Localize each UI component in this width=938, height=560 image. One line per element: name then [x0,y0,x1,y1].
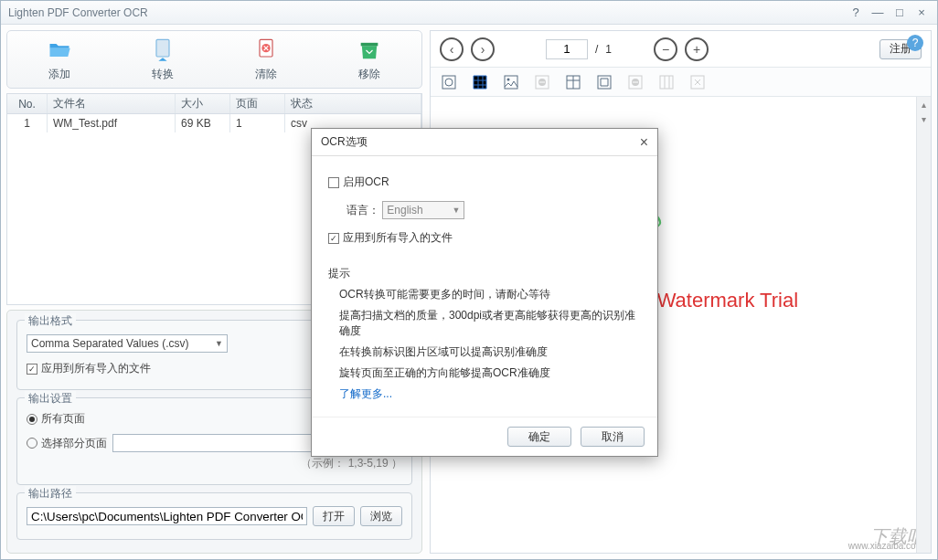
dialog-footer: 确定 取消 [312,417,657,456]
delete-col-icon[interactable] [688,73,707,91]
svg-rect-6 [505,76,517,89]
open-button[interactable]: 打开 [313,506,355,526]
convert-button[interactable]: 转换 [150,37,176,82]
dialog-body: 启用OCR 语言： English ▼ ✓ 应用到所有导入的文件 提示 OCR转… [312,156,657,417]
tip-line: 提高扫描文档的质量，300dpi或者更高能够获得更高的识别准确度 [328,308,641,339]
cell-size: 69 KB [176,114,230,132]
help-button[interactable]: ? [847,5,864,21]
help-icon[interactable]: ? [907,35,923,51]
remove-area-icon[interactable] [533,73,551,91]
svg-rect-14 [660,76,673,89]
remove-area-2-icon[interactable] [626,73,645,91]
cell-no: 1 [7,114,48,132]
page-input[interactable] [546,39,588,59]
trash-clear-icon [253,37,279,63]
preview-tools: ? [431,68,931,97]
vertical-scrollbar[interactable]: ▴ ▾ [916,97,931,553]
next-page-button[interactable]: › [471,37,495,61]
output-path-input[interactable] [27,507,307,525]
checkbox-icon: ✓ [328,233,339,244]
dialog-close-button[interactable]: × [640,134,648,151]
text-box-icon[interactable] [595,73,613,91]
checkbox-label: 启用OCR [343,174,389,190]
col-state[interactable]: 状态 [285,94,421,113]
column-icon[interactable] [657,73,676,91]
group-legend: 输出格式 [25,313,76,329]
toolbar-label: 移除 [358,67,380,82]
chevron-down-icon: ▼ [452,206,460,215]
svg-rect-3 [361,42,378,46]
add-button[interactable]: 添加 [47,37,72,82]
scroll-up-icon[interactable]: ▴ [917,97,931,111]
image-icon[interactable] [502,73,520,91]
radio-icon [27,414,37,425]
prev-page-button[interactable]: ‹ [440,37,464,61]
remove-button[interactable]: 移除 [357,37,382,82]
folder-open-icon [47,37,72,63]
chevron-down-icon: ▼ [215,339,223,348]
group-legend: 输出路径 [25,486,76,502]
fit-page-icon[interactable] [440,73,458,91]
tip-line: 旋转页面至正确的方向能够提高OCR准确度 [328,365,641,381]
dialog-apply-all-checkbox[interactable]: ✓ 应用到所有导入的文件 [328,230,453,246]
minimize-button[interactable]: — [869,5,886,21]
svg-point-7 [507,78,510,80]
table-header: No. 文件名 大小 页面 状态 [7,94,421,114]
recycle-bin-icon [357,37,382,63]
app-window: Lighten PDF Converter OCR ? — □ × 添加 转换 … [0,0,938,560]
dialog-title: OCR选项 [321,134,368,150]
zoom-in-button[interactable]: + [685,37,709,61]
checkbox-label: 应用到所有导入的文件 [343,230,453,246]
col-size[interactable]: 大小 [176,94,230,113]
checkbox-icon [328,177,339,188]
radio-label: 选择部分页面 [41,436,107,451]
checkbox-label: 应用到所有导入的文件 [41,361,151,376]
document-convert-icon [150,37,176,63]
output-path-group: 输出路径 打开 浏览 [16,492,412,540]
tip-line: OCR转换可能需要更多的时间，请耐心等待 [328,287,641,302]
col-page[interactable]: 页面 [230,94,285,113]
format-select[interactable]: Comma Separated Values (.csv) ▼ [27,334,228,353]
preview-nav: ‹ › / 1 − + 注册 [431,31,931,68]
select-value: Comma Separated Values (.csv) [31,337,189,350]
svg-point-5 [445,79,453,86]
all-pages-radio[interactable]: 所有页面 [27,411,85,427]
browse-button[interactable]: 浏览 [360,506,402,526]
col-name[interactable]: 文件名 [48,94,176,113]
apply-all-checkbox[interactable]: ✓ 应用到所有导入的文件 [27,361,151,376]
page-range-input[interactable] [112,434,314,452]
maximize-button[interactable]: □ [891,5,908,21]
table-icon[interactable] [564,73,582,91]
toolbar-label: 添加 [48,67,70,82]
col-no[interactable]: No. [7,94,48,113]
group-legend: 输出设置 [25,391,76,407]
page-total: 1 [605,43,612,56]
cancel-button[interactable]: 取消 [581,427,645,447]
svg-rect-11 [598,76,611,89]
learn-more-link[interactable]: 了解更多... [328,386,641,402]
partial-pages-radio[interactable]: 选择部分页面 [27,436,107,451]
checkbox-icon: ✓ [27,364,37,375]
zoom-out-button[interactable]: − [654,37,677,61]
example-label: （示例： 1,3-5,19 ） [301,456,402,471]
ocr-options-dialog: OCR选项 × 启用OCR 语言： English ▼ ✓ 应用到所有导入的文件… [311,128,658,457]
cell-page: 1 [230,114,285,132]
enable-ocr-checkbox[interactable]: 启用OCR [328,174,389,190]
select-value: English [387,204,422,217]
dialog-titlebar: OCR选项 × [312,129,657,156]
scroll-down-icon[interactable]: ▾ [917,111,931,126]
tip-line: 在转换前标识图片区域可以提高识别准确度 [328,344,641,360]
toolbar-label: 清除 [255,67,277,82]
close-button[interactable]: × [913,5,930,21]
lang-select[interactable]: English ▼ [382,201,464,219]
clear-button[interactable]: 清除 [253,37,279,82]
radio-label: 所有页面 [41,411,85,427]
svg-rect-4 [442,76,455,89]
tips-header: 提示 [328,266,641,281]
page-sep: / [595,43,598,56]
grid-icon[interactable] [471,73,489,91]
toolbar-label: 转换 [152,67,174,82]
ok-button[interactable]: 确定 [507,427,571,447]
cell-name: WM_Test.pdf [48,114,176,132]
app-title: Lighten PDF Converter OCR [8,6,148,19]
